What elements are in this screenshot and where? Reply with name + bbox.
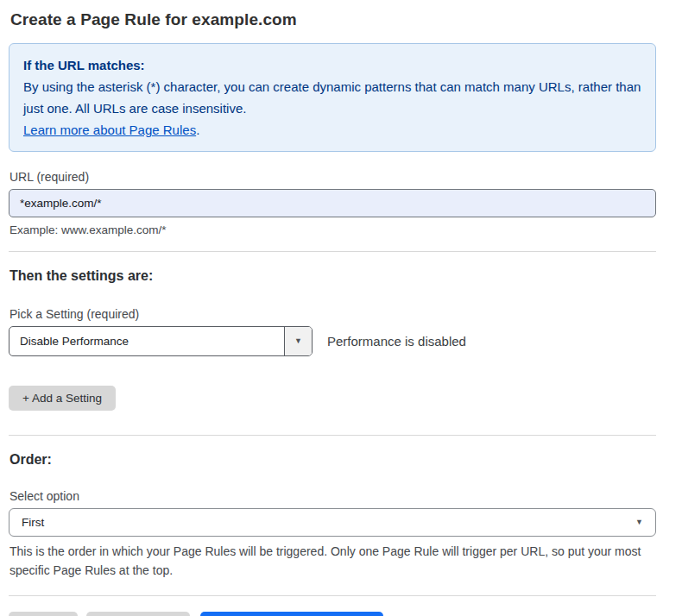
setting-dropdown[interactable]: Disable Performance ▼ xyxy=(9,326,313,356)
setting-row: Disable Performance ▼ Performance is dis… xyxy=(9,326,656,356)
learn-more-link[interactable]: Learn more about Page Rules xyxy=(23,123,196,137)
create-page-rule-panel: Create a Page Rule for example.com If th… xyxy=(9,10,656,616)
link-suffix: . xyxy=(196,123,199,137)
chevron-down-icon: ▼ xyxy=(635,519,643,526)
url-matches-info-box: If the URL matches: By using the asteris… xyxy=(9,43,656,152)
info-box-link-line: Learn more about Page Rules. xyxy=(23,119,641,141)
divider xyxy=(9,435,656,436)
info-box-heading: If the URL matches: xyxy=(23,54,641,76)
add-setting-button[interactable]: + Add a Setting xyxy=(9,386,116,411)
url-example-text: Example: www.example.com/* xyxy=(9,223,656,236)
order-select-value: First xyxy=(22,516,44,529)
setting-status-text: Performance is disabled xyxy=(327,334,466,349)
info-box-body: By using the asterisk (*) character, you… xyxy=(23,76,641,119)
setting-dropdown-value: Disable Performance xyxy=(9,327,284,355)
pick-setting-label: Pick a Setting (required) xyxy=(9,307,656,321)
order-select[interactable]: First ▼ xyxy=(9,508,656,537)
url-field-label: URL (required) xyxy=(9,170,656,184)
order-section-heading: Order: xyxy=(9,452,656,468)
save-and-deploy-button[interactable]: Save and Deploy Page Rule xyxy=(200,612,383,616)
page-title: Create a Page Rule for example.com xyxy=(10,10,656,29)
chevron-down-icon: ▼ xyxy=(294,337,302,345)
divider xyxy=(9,251,656,252)
cancel-button[interactable]: Cancel xyxy=(9,612,78,616)
settings-section-heading: Then the settings are: xyxy=(9,268,656,284)
order-select-label: Select option xyxy=(9,489,656,503)
save-as-draft-button[interactable]: Save as Draft xyxy=(86,612,191,616)
setting-dropdown-arrow-button[interactable]: ▼ xyxy=(284,327,312,355)
divider xyxy=(9,595,656,596)
footer-actions: Cancel Save as Draft Save and Deploy Pag… xyxy=(9,612,656,616)
order-help-text: This is the order in which your Page Rul… xyxy=(9,542,656,580)
url-input[interactable] xyxy=(9,189,656,217)
